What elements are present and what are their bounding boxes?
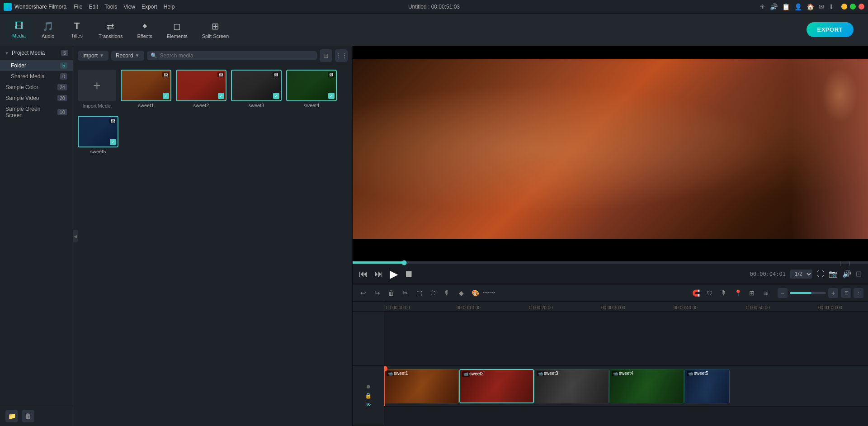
playback-controls-bar: ⏮ ⏭ ▶ ⏹ 00:00:04:01 1/2 1x 2x ⛶ 📷 🔊 ⊡ (353, 264, 868, 284)
app-icon (4, 3, 12, 11)
media-thumb-sweet4: 🖼 ✓ (286, 70, 337, 101)
clip-sweet4[interactable]: 📹 sweet4 (609, 369, 684, 403)
search-input[interactable] (160, 52, 313, 59)
track-content-area: 📹 sweet1 📹 sweet2 (384, 312, 868, 426)
import-button[interactable]: Import ▼ (78, 51, 108, 61)
app-name: Wondershare Filmora (14, 4, 66, 10)
menu-help[interactable]: Help (164, 4, 175, 10)
shield-button[interactable]: 🛡 (704, 287, 716, 299)
speed-selector[interactable]: 1/2 1x 2x (790, 270, 812, 279)
record-button[interactable]: Record ▼ (111, 51, 144, 61)
pip-icon[interactable]: ⊡ (856, 270, 862, 278)
volume-icon[interactable]: 🔊 (842, 270, 851, 278)
clip-sweet2[interactable]: 📹 sweet2 (459, 369, 534, 403)
frame-back-button[interactable]: ⏭ (374, 269, 383, 279)
voiceover-button[interactable]: 🎙 (441, 287, 453, 299)
toolbar-transitions[interactable]: ⇄ Transitions (92, 18, 129, 42)
delete-folder-button[interactable]: 🗑 (22, 410, 34, 422)
color-button[interactable]: 🎨 (469, 287, 481, 299)
track-lock-icon[interactable]: 🔒 (365, 393, 372, 399)
folder-count: 5 (60, 62, 67, 69)
media-item-label-sweet1: sweet1 (138, 103, 154, 108)
progress-bar-container[interactable]: [ ] (353, 261, 868, 264)
sidebar-item-shared-media[interactable]: Shared Media 0 (0, 71, 73, 82)
speed-button[interactable]: ⏱ (427, 287, 439, 299)
toolbar-media[interactable]: 🎞 Media (5, 18, 33, 41)
media-item-sweet5[interactable]: 🖼 ✓ sweet5 (78, 116, 118, 154)
track-label-video: ⏺ 🔒 👁 (353, 366, 384, 426)
filter-button[interactable]: ⊟ (320, 49, 332, 62)
step-back-button[interactable]: ⏮ (359, 269, 368, 279)
toolbar-audio[interactable]: 🎵 Audio (34, 18, 61, 42)
media-item-sweet1[interactable]: 🖼 ✓ sweet1 (121, 70, 171, 109)
sidebar-item-folder[interactable]: Folder 5 (0, 60, 73, 71)
zoom-slider[interactable] (790, 292, 826, 294)
sample-green-screen-label: Sample Green Screen (5, 106, 57, 118)
export-button[interactable]: EXPORT (807, 22, 854, 37)
timeline-more-button[interactable]: ⋮ (854, 288, 863, 298)
fullscreen-icon[interactable]: ⛶ (817, 270, 824, 278)
sidebar-item-sample-video[interactable]: Sample Video 20 (0, 93, 73, 104)
win-controls (841, 4, 864, 9)
screenshot-icon[interactable]: 📷 (829, 270, 838, 278)
zoom-in-button[interactable]: + (828, 288, 838, 298)
menu-export[interactable]: Export (142, 4, 157, 10)
wave-button[interactable]: ≋ (760, 287, 772, 299)
sample-color-label: Sample Color (5, 84, 38, 90)
ruler-mark-3: 00:00:30:00 (601, 305, 625, 310)
title-center: Untitled : 00:00:51:03 (408, 4, 460, 10)
media-grid: + Import Media 🖼 ✓ sweet1 🖼 ✓ (73, 65, 352, 426)
clip-sweet5[interactable]: 📹 sweet5 (684, 369, 730, 403)
media-browser-panel: Import ▼ Record ▼ 🔍 ⊟ ⋮⋮ (73, 46, 353, 426)
toolbar-elements[interactable]: ◻ Elements (160, 18, 194, 42)
delete-clip-button[interactable]: 🗑 (385, 287, 397, 299)
import-add-area[interactable]: + (78, 70, 116, 101)
track-eye-icon[interactable]: 👁 (366, 402, 371, 408)
sidebar-item-sample-color[interactable]: Sample Color 24 (0, 82, 73, 93)
grid-view-button[interactable]: ⋮⋮ (335, 49, 348, 62)
fit-timeline-button[interactable]: ⊡ (841, 288, 851, 298)
minimize-button[interactable] (841, 4, 847, 9)
mic-button[interactable]: 🎙 (718, 287, 730, 299)
undo-button[interactable]: ↩ (357, 287, 369, 299)
clip-sweet1[interactable]: 📹 sweet1 (384, 369, 459, 403)
menu-tools[interactable]: Tools (104, 4, 117, 10)
project-media-header[interactable]: ▼ Project Media 5 (0, 46, 73, 60)
tray-user-icon: 👤 (794, 3, 802, 10)
audio-detach-button[interactable]: 〜〜 (483, 287, 495, 299)
split-clip-button[interactable]: ✂ (399, 287, 411, 299)
toolbar-split-screen[interactable]: ⊞ Split Screen (196, 18, 235, 42)
media-item-sweet4[interactable]: 🖼 ✓ sweet4 (286, 70, 337, 109)
snap-button[interactable]: 🧲 (690, 287, 702, 299)
media-item-sweet2[interactable]: 🖼 ✓ sweet2 (176, 70, 226, 109)
marker-button[interactable]: 📍 (732, 287, 744, 299)
menu-view[interactable]: View (123, 4, 135, 10)
collapse-panel-button[interactable]: ◀ (73, 230, 78, 242)
maximize-button[interactable] (850, 4, 856, 9)
keyframe-button[interactable]: ◆ (455, 287, 467, 299)
media-item-sweet3[interactable]: 🖼 ✓ sweet3 (231, 70, 282, 109)
new-folder-button[interactable]: 📁 (5, 410, 18, 422)
clip-sweet3[interactable]: 📹 sweet3 (534, 369, 609, 403)
progress-handle[interactable] (402, 260, 407, 265)
play-button[interactable]: ▶ (390, 268, 398, 280)
import-media-button[interactable]: + Import Media (78, 70, 116, 109)
toolbar-titles[interactable]: T Titles (63, 18, 90, 41)
redo-button[interactable]: ↪ (371, 287, 383, 299)
menu-edit[interactable]: Edit (89, 4, 99, 10)
media-thumb-sweet3: 🖼 ✓ (231, 70, 282, 101)
timeline-body: 00:00:00:00 00:00:10:00 00:00:20:00 00:0… (353, 302, 868, 426)
toolbar-effects[interactable]: ✦ Effects (131, 18, 158, 42)
track-record-icon[interactable]: ⏺ (366, 383, 371, 390)
thumb-img-icon-sweet2: 🖼 (217, 72, 224, 77)
sidebar-item-sample-green-screen[interactable]: Sample Green Screen 10 (0, 104, 73, 121)
grid-button[interactable]: ⊞ (746, 287, 758, 299)
zoom-out-button[interactable]: − (778, 288, 788, 298)
menu-file[interactable]: File (74, 4, 82, 10)
stop-button[interactable]: ⏹ (404, 269, 413, 279)
media-item-label-sweet4: sweet4 (304, 103, 320, 108)
ruler-mark-1: 00:00:10:00 (457, 305, 481, 310)
close-button[interactable] (859, 4, 864, 9)
crop-button[interactable]: ⬚ (413, 287, 425, 299)
split-screen-icon: ⊞ (212, 21, 219, 32)
